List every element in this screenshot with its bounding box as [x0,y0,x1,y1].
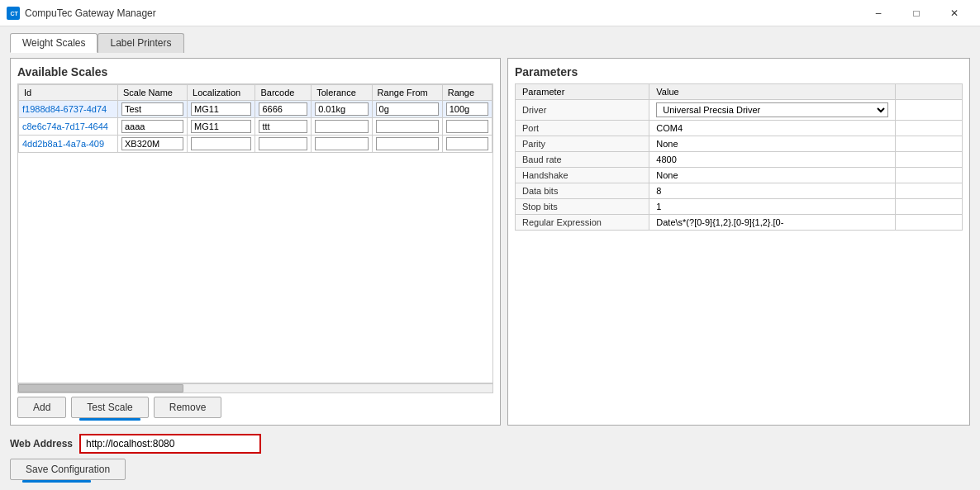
param-extra-cell [895,121,962,136]
window-controls: – □ ✕ [859,0,973,26]
col-id: Id [19,85,118,101]
parameters-title: Parameters [515,65,963,78]
param-row: Handshake None [516,168,963,183]
param-extra-cell [895,100,962,121]
add-button[interactable]: Add [17,397,66,418]
scale-name-input[interactable] [121,120,183,133]
scale-name-cell [118,118,188,136]
param-row: Port COM4 [516,121,963,136]
param-extra-cell [895,152,962,168]
param-name-cell: Port [516,121,649,136]
scale-barcode-input[interactable] [259,120,307,133]
scale-barcode-input[interactable] [259,102,307,116]
scale-loc-cell [188,136,255,153]
scale-barcode-input[interactable] [259,137,307,150]
params-table: Parameter Value Driver Universal Precsia… [515,83,963,231]
param-row: Driver Universal Precsia Driver [516,100,963,121]
horizontal-scrollbar[interactable] [17,383,493,393]
svg-text:CT: CT [11,11,19,17]
scrollbar-thumb [18,384,183,392]
param-name-cell: Data bits [516,183,649,199]
param-row: Regular Expression Date\s*(?[0-9]{1,2}.[… [516,215,963,231]
scale-tolerance-cell [312,101,372,118]
param-value-cell: Date\s*(?[0-9]{1,2}.[0-9]{1,2}.[0- [649,215,896,231]
scale-range-from-input[interactable] [376,102,439,116]
driver-select[interactable]: Universal Precsia Driver [656,102,888,117]
scale-name-cell [118,101,188,118]
scales-table-header: Id Scale Name Localization Barcode Toler… [19,85,492,101]
scale-range-from-input[interactable] [376,120,439,133]
table-row[interactable]: c8e6c74a-7d17-4644 [19,118,492,136]
bottom-section: Web Address Save Configuration [10,431,970,483]
scale-name-input[interactable] [121,137,183,150]
scale-tolerance-input[interactable] [315,102,368,116]
parameters-panel: Parameters Parameter Value Driver Univer… [507,58,970,426]
param-value-cell: None [649,136,896,152]
maximize-button[interactable]: □ [897,0,935,26]
scale-range-input[interactable] [446,137,488,150]
scales-table-wrapper[interactable]: Id Scale Name Localization Barcode Toler… [17,83,493,383]
scale-id[interactable]: 4dd2b8a1-4a7a-409 [19,136,118,153]
scale-loc-input[interactable] [191,137,251,150]
web-address-row: Web Address [10,434,970,454]
web-address-input[interactable] [79,434,261,454]
scale-barcode-cell [255,101,312,118]
buttons-row: Add Test Scale Remove [17,397,493,418]
close-button[interactable]: ✕ [935,0,973,26]
col-barcode: Barcode [255,85,312,101]
app-body: Weight Scales Label Printers Available S… [0,26,980,490]
scale-tolerance-input[interactable] [315,120,368,133]
scale-tolerance-input[interactable] [315,137,368,150]
col-localization: Localization [188,85,255,101]
param-name-cell: Handshake [516,168,649,183]
param-extra-cell [895,199,962,215]
scale-loc-input[interactable] [191,120,251,133]
scale-range-input[interactable] [446,102,488,116]
params-col-value: Value [649,84,896,100]
param-value-cell: COM4 [649,121,896,136]
scale-loc-cell [188,101,255,118]
param-extra-cell [895,183,962,199]
scale-range-from-cell [372,136,442,153]
scale-id[interactable]: f1988d84-6737-4d74 [19,101,118,118]
test-scale-button[interactable]: Test Scale [71,397,148,418]
tab-label-printers[interactable]: Label Printers [98,33,183,53]
main-content: Available Scales Id Scale Name Localizat… [10,58,970,426]
param-name-cell: Baud rate [516,152,649,168]
param-name-cell: Driver [516,100,649,121]
table-row[interactable]: 4dd2b8a1-4a7a-409 [19,136,492,153]
scale-loc-cell [188,118,255,136]
available-scales-panel: Available Scales Id Scale Name Localizat… [10,58,501,426]
scale-loc-input[interactable] [191,102,251,116]
tabs-row: Weight Scales Label Printers [10,33,970,53]
param-extra-cell [895,215,962,231]
param-row: Stop bits 1 [516,199,963,215]
save-row: Save Configuration [10,459,970,480]
minimize-button[interactable]: – [859,0,897,26]
scale-name-input[interactable] [121,102,183,116]
param-row: Data bits 8 [516,183,963,199]
param-name-cell: Stop bits [516,199,649,215]
param-value-cell: 1 [649,199,896,215]
params-col-extra [895,84,962,100]
title-bar: CT CompuTec Gateway Manager – □ ✕ [0,0,980,26]
param-row: Baud rate 4800 [516,152,963,168]
param-extra-cell [895,168,962,183]
scale-range-from-cell [372,118,442,136]
col-range: Range [442,85,492,101]
save-configuration-button[interactable]: Save Configuration [10,459,126,480]
param-value-cell: None [649,168,896,183]
param-extra-cell [895,136,962,152]
tab-weight-scales[interactable]: Weight Scales [10,33,98,53]
scale-range-input[interactable] [446,120,488,133]
table-row[interactable]: f1988d84-6737-4d74 [19,101,492,118]
scale-range-cell [442,118,492,136]
param-value-cell: Universal Precsia Driver [649,100,896,121]
available-scales-title: Available Scales [17,65,493,78]
scale-range-from-input[interactable] [376,137,439,150]
scale-id[interactable]: c8e6c74a-7d17-4644 [19,118,118,136]
scale-barcode-cell [255,136,312,153]
remove-button[interactable]: Remove [154,397,222,418]
scale-barcode-cell [255,118,312,136]
scale-range-from-cell [372,101,442,118]
